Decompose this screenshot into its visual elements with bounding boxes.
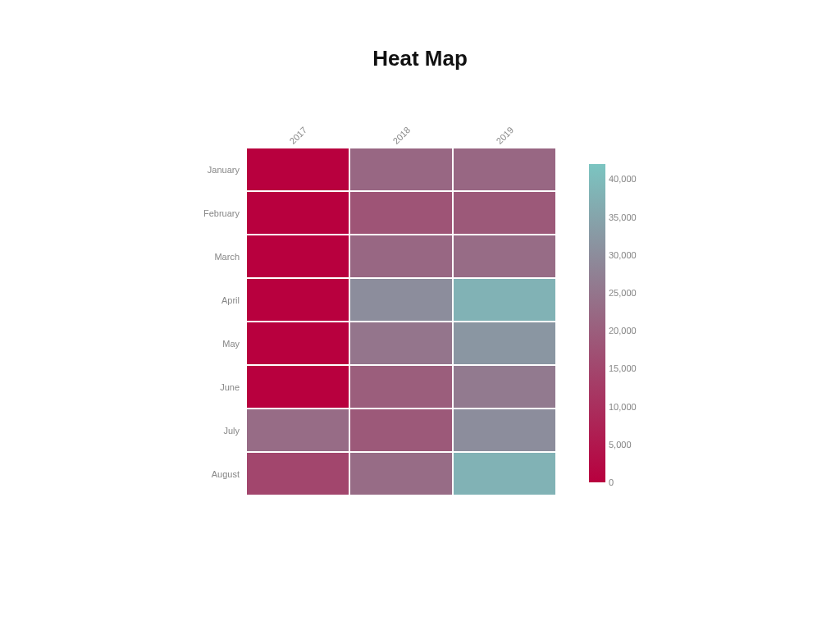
y-axis-label: February [203, 208, 240, 218]
legend-tick-label: 40,000 [609, 174, 637, 184]
heatmap-cell [246, 148, 349, 191]
heatmap-cell [246, 409, 349, 452]
heatmap-row [246, 235, 556, 278]
legend-tick-label: 25,000 [609, 288, 637, 298]
heatmap-cell [349, 235, 453, 278]
legend-tick-label: 30,000 [609, 250, 637, 260]
heatmap-grid [246, 148, 556, 495]
heatmap-cell [453, 235, 556, 278]
heatmap-cell [349, 191, 453, 235]
heatmap-row [246, 365, 556, 409]
y-axis-label: January [208, 165, 240, 175]
y-axis-label: May [222, 339, 240, 349]
heatmap-row [246, 278, 556, 322]
heatmap-cell [453, 322, 556, 365]
x-axis-label: 2018 [391, 125, 413, 146]
heatmap-cell [349, 452, 453, 495]
heatmap-row [246, 191, 556, 235]
x-axis-label: 2017 [288, 125, 309, 146]
heatmap-cell [246, 191, 349, 235]
y-axis-label: August [212, 469, 240, 479]
heatmap-cell [246, 235, 349, 278]
heatmap-cell [453, 278, 556, 322]
heatmap-cell [453, 409, 556, 452]
heatmap-cell [453, 148, 556, 191]
y-axis-label: March [214, 252, 240, 262]
heatmap-cell [246, 452, 349, 495]
legend-tick-label: 0 [609, 477, 614, 487]
heatmap-cell [453, 452, 556, 495]
heatmap-cell [349, 365, 453, 409]
legend-tick-label: 15,000 [609, 363, 637, 373]
legend-gradient [589, 164, 605, 482]
chart-title: Heat Map [0, 46, 840, 71]
heatmap-row [246, 148, 556, 191]
heatmap-cell [349, 409, 453, 452]
heatmap-row [246, 409, 556, 452]
heatmap-cell [246, 278, 349, 322]
heatmap-cell [349, 322, 453, 365]
heatmap-cell [453, 191, 556, 235]
x-axis-label: 2019 [495, 125, 516, 146]
heatmap-cell [349, 148, 453, 191]
y-axis-label: July [223, 426, 240, 436]
legend-tick-label: 20,000 [609, 326, 637, 336]
legend-tick-label: 35,000 [609, 212, 637, 222]
legend-tick-label: 5,000 [609, 440, 632, 450]
legend-tick-label: 10,000 [609, 402, 637, 412]
heatmap-cell [246, 365, 349, 409]
heatmap-row [246, 322, 556, 365]
y-axis-label: April [221, 295, 240, 305]
heatmap-cell [246, 322, 349, 365]
heatmap-cell [349, 278, 453, 322]
y-axis-label: June [220, 382, 240, 392]
color-legend: 05,00010,00015,00020,00025,00030,00035,0… [589, 164, 605, 482]
heatmap-row [246, 452, 556, 495]
heatmap-cell [453, 365, 556, 409]
